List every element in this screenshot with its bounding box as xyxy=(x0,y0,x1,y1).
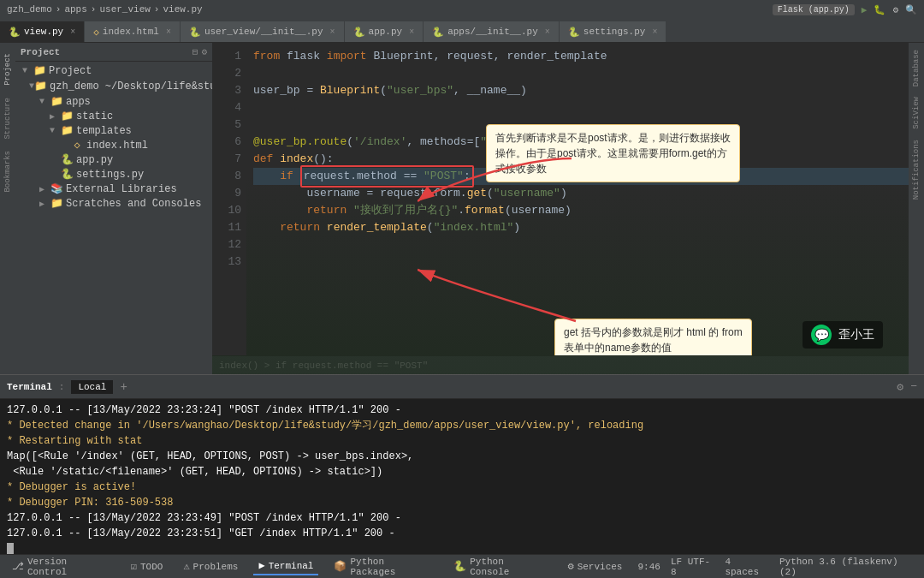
bottom-tab-label: Python Packages xyxy=(350,557,433,577)
lib-icon: 📚 xyxy=(50,182,63,195)
tab-close[interactable]: × xyxy=(545,27,550,37)
terminal-content[interactable]: 127.0.0.1 -- [13/May/2022 23:23:24] "POS… xyxy=(0,399,924,554)
terminal-line-4: Map([<Rule '/index' (GET, HEAD, OPTIONS,… xyxy=(7,449,917,464)
wechat-icon: 💬 xyxy=(811,325,832,345)
wechat-name: 歪小王 xyxy=(838,327,874,343)
code-line-13 xyxy=(253,253,909,271)
bottom-tab-pythonpackages[interactable]: 📦 Python Packages xyxy=(329,555,438,579)
folder-icon: 📁 xyxy=(60,124,74,137)
bottom-tab-label: Services xyxy=(578,562,623,572)
bottom-tab-problems[interactable]: ⚠ Problems xyxy=(178,558,243,575)
tree-arrow: ▶ xyxy=(39,199,50,209)
left-tab-project[interactable]: Project xyxy=(2,50,14,89)
code-editor[interactable]: 1 2 3 4 5 6 7 8 9 10 11 12 13 from flask… xyxy=(212,43,909,355)
tab-apps-init[interactable]: 🐍 apps/__init__.py × xyxy=(424,21,560,42)
terminal-label: Terminal xyxy=(7,382,52,392)
tree-arrow: ▶ xyxy=(39,184,50,194)
tree-item-apppy[interactable]: 🐍 app.py xyxy=(15,152,212,167)
sidebar-header-icons: ⊟ ⚙ xyxy=(192,46,207,57)
tree-label: Scratches and Consoles xyxy=(66,198,201,210)
sidebar-header: Project ⊟ ⚙ xyxy=(15,43,212,62)
left-tab-structure[interactable]: Structure xyxy=(2,94,14,143)
bottom-tabs: ⎇ Version Control ☑ TODO ⚠ Problems ▶ Te… xyxy=(0,554,924,578)
py-icon: 🐍 xyxy=(568,27,580,38)
sidebar-settings-icon[interactable]: ⚙ xyxy=(201,46,207,57)
py-icon: 🐍 xyxy=(189,27,201,38)
top-bar: gzh_demo › apps › user_view › view.py Fl… xyxy=(0,0,924,19)
tree-item-extlibs[interactable]: ▶ 📚 External Libraries xyxy=(15,182,212,196)
editor-area: 1 2 3 4 5 6 7 8 9 10 11 12 13 from flask… xyxy=(212,43,909,374)
terminal-icon: ▶ xyxy=(258,559,264,572)
right-tab-sciview[interactable]: SciView xyxy=(910,93,922,133)
console-icon: 🐍 xyxy=(453,560,466,573)
terminal-settings-icon[interactable]: ⚙ xyxy=(897,380,903,394)
tree-item-templates[interactable]: ▼ 📁 templates xyxy=(15,123,212,138)
bottom-tab-versioncontrol[interactable]: ⎇ Version Control xyxy=(7,555,116,579)
code-line-9: username = request.form.get("username") xyxy=(253,185,909,202)
left-tab-bookmarks[interactable]: Bookmarks xyxy=(2,147,14,196)
code-line-3: user_bp = Blueprint("user_bps", __name__… xyxy=(253,82,909,99)
tree-item-project[interactable]: ▼ 📁 Project xyxy=(15,63,212,78)
bottom-tab-services[interactable]: ⚙ Services xyxy=(562,558,627,575)
status-spaces: 4 spaces xyxy=(725,557,769,577)
bottom-tab-pythonconsole[interactable]: 🐍 Python Console xyxy=(448,555,552,579)
tree-label: apps xyxy=(66,96,91,108)
search-icon[interactable]: 🔍 xyxy=(905,4,917,15)
settings-icon[interactable]: ⚙ xyxy=(892,4,898,15)
terminal-line-7: * Debugger PIN: 316-509-538 xyxy=(7,495,917,510)
bottom-tab-terminal[interactable]: ▶ Terminal xyxy=(253,557,318,575)
right-sidebar: Database SciView Notifications xyxy=(909,43,924,374)
status-python: Python 3.6 (flaskenv) (2) xyxy=(779,557,917,577)
tree-item-indexhtml[interactable]: ◇ index.html xyxy=(15,138,212,152)
tab-init[interactable]: 🐍 user_view/__init__.py × xyxy=(181,21,345,42)
tab-apppy[interactable]: 🐍 app.py × xyxy=(345,21,424,42)
tree-item-scratches[interactable]: ▶ 📁 Scratches and Consoles xyxy=(15,196,212,211)
tab-close[interactable]: × xyxy=(330,27,335,37)
terminal-minimize-icon[interactable]: − xyxy=(910,380,917,393)
tree-label: External Libraries xyxy=(66,183,177,195)
code-line-1: from flask import Blueprint, request, re… xyxy=(253,48,909,65)
code-line-10: return "接收到了用户名{}".format(username) xyxy=(253,202,909,219)
tab-close[interactable]: × xyxy=(70,27,75,37)
terminal-line-2: * Detected change in '/Users/wanghao/Des… xyxy=(7,418,917,433)
bottom-tab-label: Problems xyxy=(193,562,239,572)
editor-breadcrumb: index() > if request.method == "POST" xyxy=(212,355,909,374)
code-lines[interactable]: from flask import Blueprint, request, re… xyxy=(246,43,909,355)
right-tab-database[interactable]: Database xyxy=(910,46,922,90)
flask-badge[interactable]: Flask (app.py) xyxy=(773,4,855,15)
terminal-add-button[interactable]: + xyxy=(120,380,127,394)
terminal-area: Terminal : Local + ⚙ − 127.0.0.1 -- [13/… xyxy=(0,374,924,554)
bottom-tab-label: Version Control xyxy=(27,557,110,577)
terminal-tab-local[interactable]: Local xyxy=(71,380,113,394)
tree-arrow: ▶ xyxy=(50,111,60,122)
run-icon[interactable]: ▶ xyxy=(862,4,868,15)
tab-indexhtml[interactable]: ◇ index.html × xyxy=(85,21,181,42)
py-icon: 🐍 xyxy=(60,153,74,166)
top-bar-right: Flask (app.py) ▶ 🐛 ⚙ 🔍 xyxy=(773,4,917,15)
tree-item-settingspy[interactable]: 🐍 settings.py xyxy=(15,167,212,182)
breadcrumb-userview: user_view xyxy=(99,4,150,15)
py-icon: 🐍 xyxy=(353,27,365,38)
bottom-tab-todo[interactable]: ☑ TODO xyxy=(126,558,169,575)
bottom-tab-label: TODO xyxy=(140,562,163,572)
folder-icon: 📁 xyxy=(33,64,46,77)
annotation-box-1: 首先判断请求是不是post请求。是，则进行数据接收 操作。由于是post请求。这… xyxy=(486,124,740,182)
sidebar-collapse-icon[interactable]: ⊟ xyxy=(192,46,198,57)
right-tab-notifications[interactable]: Notifications xyxy=(910,136,922,203)
terminal-line-5: <Rule '/static/<filename>' (GET, HEAD, O… xyxy=(7,464,917,480)
tree-label: app.py xyxy=(76,154,113,166)
debug-icon[interactable]: 🐛 xyxy=(874,4,886,15)
tab-close[interactable]: × xyxy=(409,27,414,37)
tree-label: gzh_demo ~/Desktop/life&study/学习/gzh_dem… xyxy=(50,79,212,93)
tab-settingspy[interactable]: 🐍 settings.py × xyxy=(560,21,667,42)
code-line-11: return render_template("index.html") xyxy=(253,219,909,236)
tab-close[interactable]: × xyxy=(166,27,171,37)
tree-item-static[interactable]: ▶ 📁 static xyxy=(15,109,212,123)
folder-icon: 📁 xyxy=(50,95,63,108)
html-icon: ◇ xyxy=(70,139,84,152)
tree-item-gzhdemo[interactable]: ▼ 📁 gzh_demo ~/Desktop/life&study/学习/gzh… xyxy=(15,78,212,94)
tree-item-apps[interactable]: ▼ 📁 apps xyxy=(15,94,212,109)
terminal-right-icons: ⚙ − xyxy=(897,380,917,394)
tab-close[interactable]: × xyxy=(652,27,657,37)
tab-viewpy[interactable]: 🐍 view.py × xyxy=(0,21,85,42)
